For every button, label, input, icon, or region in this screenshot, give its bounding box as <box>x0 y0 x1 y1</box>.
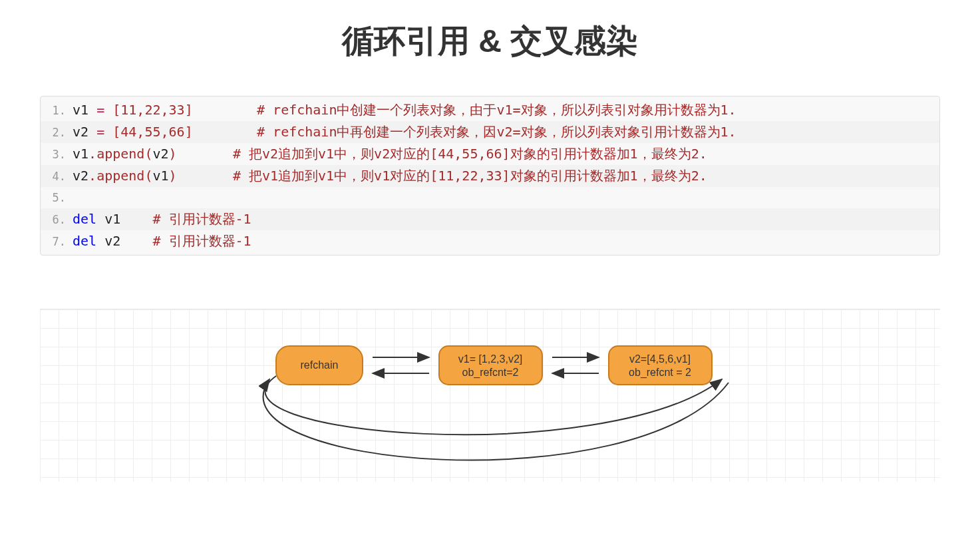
code-content: v1.append(v2) # 把v2追加到v1中，则v2对应的[44,55,6… <box>73 143 707 164</box>
code-content: v1 = [11,22,33] # refchain中创建一个列表对象，由于v1… <box>73 99 736 120</box>
code-line: 3.v1.append(v2) # 把v2追加到v1中，则v2对应的[44,55… <box>41 143 939 165</box>
code-content: del v2 # 引用计数器-1 <box>73 230 251 252</box>
line-number: 1. <box>47 100 66 121</box>
line-number: 5. <box>47 187 66 208</box>
code-content: v2 = [44,55,66] # refchain中再创建一个列表对象，因v2… <box>73 121 736 142</box>
line-number: 2. <box>47 122 66 143</box>
code-line: 1.v1 = [11,22,33] # refchain中创建一个列表对象，由于… <box>41 99 939 121</box>
slide-title: 循环引用 & 交叉感染 <box>0 20 980 63</box>
arrow-curve-v2-to-refchain <box>263 379 729 460</box>
node-v1 <box>439 346 542 385</box>
node-v1-line2: ob_refcnt=2 <box>462 367 519 379</box>
node-refchain-label: refchain <box>301 359 339 371</box>
line-number: 6. <box>47 209 66 230</box>
code-line: 4.v2.append(v1) # 把v1追加到v1中，则v1对应的[11,22… <box>41 165 939 187</box>
node-v1-line1: v1= [1,2,3,v2] <box>458 353 523 365</box>
code-block: 1.v1 = [11,22,33] # refchain中创建一个列表对象，由于… <box>40 96 940 256</box>
code-line: 5. <box>41 187 939 208</box>
node-v2-line2: ob_refcnt = 2 <box>629 367 691 379</box>
slide: 循环引用 & 交叉感染 1.v1 = [11,22,33] # refchain… <box>0 0 980 533</box>
node-v2 <box>609 346 712 385</box>
code-content: v2.append(v1) # 把v1追加到v1中，则v1对应的[11,22,3… <box>73 165 707 186</box>
line-number: 3. <box>47 144 66 165</box>
refchain-diagram-svg: refchain v1= [1,2,3,v2] ob_refcnt=2 v2=[… <box>40 316 940 489</box>
line-number: 4. <box>47 166 66 187</box>
diagram: refchain v1= [1,2,3,v2] ob_refcnt=2 v2=[… <box>40 309 940 482</box>
line-number: 7. <box>47 231 66 252</box>
code-line: 7.del v2 # 引用计数器-1 <box>41 230 939 252</box>
node-v2-line1: v2=[4,5,6,v1] <box>629 353 691 365</box>
code-line: 2.v2 = [44,55,66] # refchain中再创建一个列表对象，因… <box>41 121 939 143</box>
code-line: 6.del v1 # 引用计数器-1 <box>41 208 939 230</box>
code-content: del v1 # 引用计数器-1 <box>73 208 251 230</box>
